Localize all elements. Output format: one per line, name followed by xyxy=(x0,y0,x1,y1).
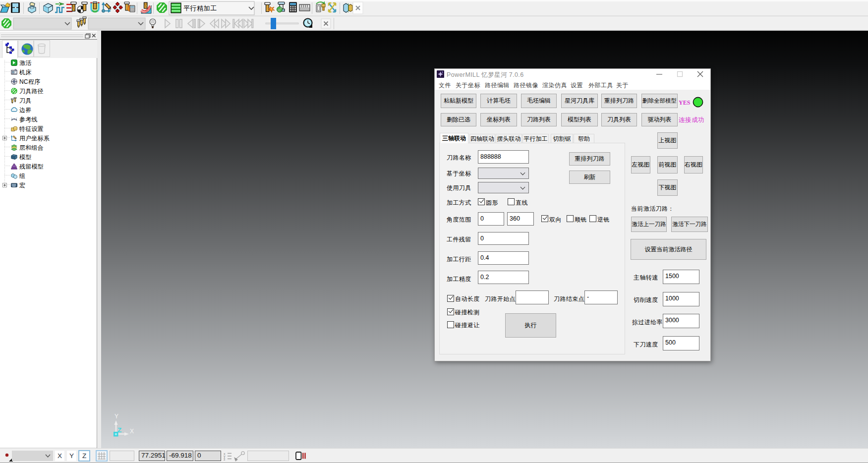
svg-text:平行精加工: 平行精加工 xyxy=(183,4,217,12)
svg-text:Y: Y xyxy=(115,413,118,420)
svg-text:X: X xyxy=(130,428,134,435)
svg-text:z: z xyxy=(224,458,226,461)
